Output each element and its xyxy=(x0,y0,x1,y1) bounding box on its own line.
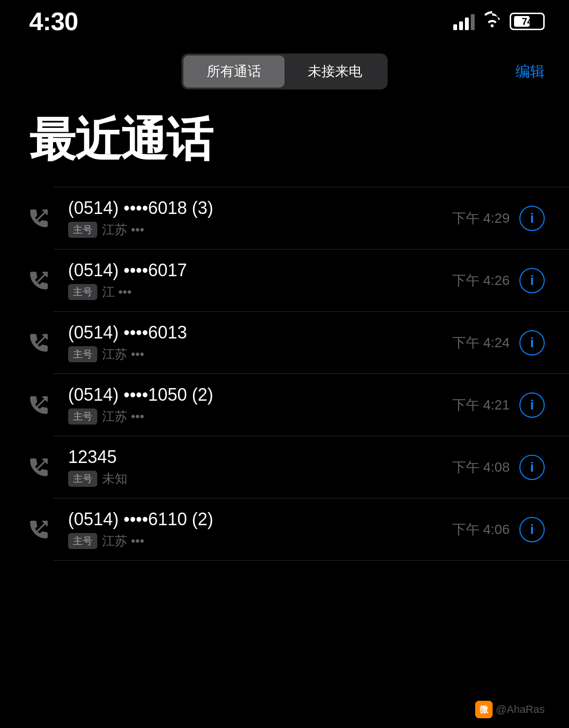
call-right: 下午 4:06 i xyxy=(452,517,545,542)
call-number: (0514) ••••6018 (3) xyxy=(68,198,452,218)
svg-line-1 xyxy=(37,272,47,282)
status-time: 4:30 xyxy=(29,7,78,36)
call-meta: 主号 江苏 ••• xyxy=(68,346,452,363)
call-time: 下午 4:21 xyxy=(452,396,510,414)
tab-all-calls[interactable]: 所有通话 xyxy=(183,55,284,88)
call-location: 江 ••• xyxy=(102,284,132,301)
tab-bar: 所有通话 未接来电 编辑 xyxy=(0,44,569,99)
call-number: (0514) ••••6110 (2) xyxy=(68,509,452,530)
call-right: 下午 4:29 i xyxy=(452,206,545,231)
sim-badge: 主号 xyxy=(68,471,97,487)
call-item[interactable]: (0514) ••••6013 主号 江苏 ••• 下午 4:24 i xyxy=(0,312,569,373)
list-divider-bottom xyxy=(53,560,569,561)
outgoing-call-icon xyxy=(24,457,53,478)
call-info: (0514) ••••6018 (3) 主号 江苏 ••• xyxy=(68,198,452,238)
call-right: 下午 4:08 i xyxy=(452,455,545,480)
call-right: 下午 4:26 i xyxy=(452,268,545,293)
info-button[interactable]: i xyxy=(519,268,545,293)
info-button[interactable]: i xyxy=(519,392,545,418)
signal-icon xyxy=(453,13,475,30)
call-location: 江苏 ••• xyxy=(102,346,144,363)
call-location: 未知 xyxy=(102,470,127,487)
battery-level: 74 xyxy=(522,16,533,27)
svg-line-0 xyxy=(37,210,47,220)
call-item[interactable]: (0514) ••••1050 (2) 主号 江苏 ••• 下午 4:21 i xyxy=(0,374,569,436)
info-button[interactable]: i xyxy=(519,455,545,480)
call-number: (0514) ••••6017 xyxy=(68,260,452,281)
call-right: 下午 4:21 i xyxy=(452,392,545,418)
call-info: (0514) ••••6110 (2) 主号 江苏 ••• xyxy=(68,509,452,550)
status-bar: 4:30 74 xyxy=(0,0,569,39)
call-time: 下午 4:06 xyxy=(452,520,510,539)
call-time: 下午 4:29 xyxy=(452,209,510,228)
call-time: 下午 4:24 xyxy=(452,334,510,352)
svg-line-5 xyxy=(37,521,47,531)
call-meta: 主号 江 ••• xyxy=(68,284,452,301)
call-meta: 主号 未知 xyxy=(68,470,452,487)
call-meta: 主号 江苏 ••• xyxy=(68,221,452,238)
call-number: (0514) ••••6013 xyxy=(68,322,452,343)
sim-badge: 主号 xyxy=(68,408,97,425)
call-meta: 主号 江苏 ••• xyxy=(68,533,452,550)
edit-button[interactable]: 编辑 xyxy=(516,62,545,82)
info-button[interactable]: i xyxy=(519,517,545,542)
outgoing-call-icon xyxy=(24,519,53,540)
call-item[interactable]: (0514) ••••6018 (3) 主号 江苏 ••• 下午 4:29 i xyxy=(0,187,569,249)
watermark-logo: 微 xyxy=(475,701,493,718)
call-info: (0514) ••••6017 主号 江 ••• xyxy=(68,260,452,301)
call-number: (0514) ••••1050 (2) xyxy=(68,385,452,405)
tab-group: 所有通话 未接来电 xyxy=(181,53,388,89)
info-button[interactable]: i xyxy=(519,206,545,231)
call-time: 下午 4:08 xyxy=(452,458,510,477)
call-item[interactable]: (0514) ••••6017 主号 江 ••• 下午 4:26 i xyxy=(0,249,569,311)
battery-indicator: 74 xyxy=(510,13,545,30)
tab-missed-calls[interactable]: 未接来电 xyxy=(284,55,386,88)
call-list: (0514) ••••6018 (3) 主号 江苏 ••• 下午 4:29 i xyxy=(0,187,569,561)
watermark-text: @AhaRas xyxy=(496,703,545,716)
call-info: 12345 主号 未知 xyxy=(68,447,452,487)
sim-badge: 主号 xyxy=(68,533,97,549)
call-item[interactable]: (0514) ••••6110 (2) 主号 江苏 ••• 下午 4:06 i xyxy=(0,498,569,560)
outgoing-call-icon xyxy=(24,208,53,229)
page-title: 最近通话 xyxy=(0,99,569,187)
outgoing-call-icon xyxy=(24,270,53,291)
status-icons: 74 xyxy=(453,11,545,32)
call-meta: 主号 江苏 ••• xyxy=(68,408,452,425)
call-info: (0514) ••••6013 主号 江苏 ••• xyxy=(68,322,452,363)
sim-badge: 主号 xyxy=(68,346,97,362)
call-number: 12345 xyxy=(68,447,452,467)
call-location: 江苏 ••• xyxy=(102,408,144,425)
info-button[interactable]: i xyxy=(519,330,545,355)
call-time: 下午 4:26 xyxy=(452,271,510,290)
svg-line-4 xyxy=(37,459,47,469)
svg-line-3 xyxy=(37,397,47,407)
call-item[interactable]: 12345 主号 未知 下午 4:08 i xyxy=(0,436,569,498)
call-location: 江苏 ••• xyxy=(102,533,144,550)
sim-badge: 主号 xyxy=(68,222,97,238)
call-right: 下午 4:24 i xyxy=(452,330,545,355)
outgoing-call-icon xyxy=(24,332,53,354)
call-info: (0514) ••••1050 (2) 主号 江苏 ••• xyxy=(68,385,452,425)
outgoing-call-icon xyxy=(24,394,53,416)
svg-line-2 xyxy=(37,335,47,344)
wifi-icon xyxy=(482,11,502,32)
watermark: 微 @AhaRas xyxy=(475,701,545,718)
call-location: 江苏 ••• xyxy=(102,221,144,238)
sim-badge: 主号 xyxy=(68,284,97,300)
